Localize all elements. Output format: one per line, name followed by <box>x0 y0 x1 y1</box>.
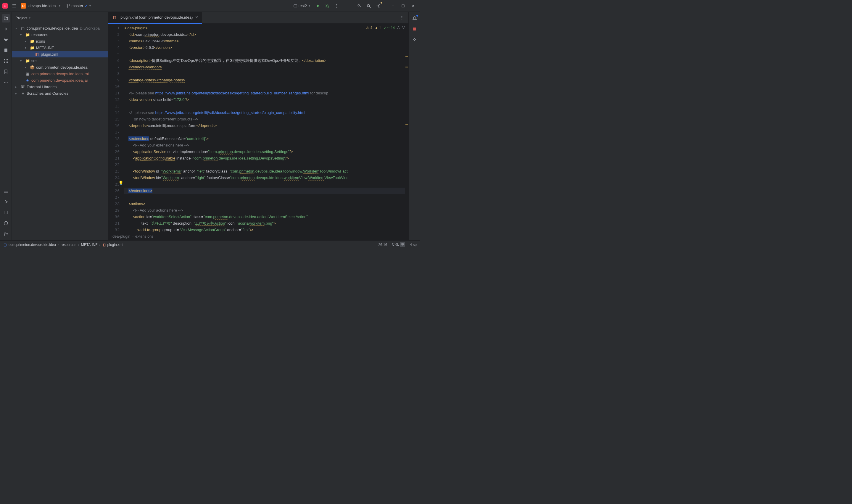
code-content[interactable]: <idea-plugin> <id>com.primeton.devops.id… <box>124 24 405 232</box>
services-toolwindow-button[interactable] <box>2 198 10 206</box>
editor-body[interactable]: ⚠ 4 ▲ 1 ✓⁓ 14 ᐱ ᐯ 💡 12345678910111213141… <box>108 24 409 232</box>
tree-item-resources[interactable]: ▾📁resources <box>12 31 108 38</box>
svg-point-2 <box>69 4 70 5</box>
vcs-branch[interactable]: master ↙ ▾ <box>66 3 91 8</box>
svg-point-9 <box>367 4 369 7</box>
tree-item-icons[interactable]: ▸📁icons <box>12 38 108 44</box>
structure-toolwindow-button[interactable] <box>2 57 10 65</box>
run-configuration[interactable]: test2 ▾ <box>291 2 312 9</box>
tree-item-scratches[interactable]: ▸≡Scratches and Consoles <box>12 90 108 96</box>
editor-tabs: ◧ plugin.xml (com.primeton.devops.ide.id… <box>108 12 409 24</box>
tree-item-iml[interactable]: ▦com.primeton.devops.ide.idea.iml <box>12 70 108 77</box>
code-with-me-button[interactable] <box>355 2 363 10</box>
breadcrumb-segment[interactable]: extensions <box>135 234 153 238</box>
tree-item-jar[interactable]: ◈com.primeton.devops.ide.idea.jar <box>12 77 108 84</box>
more-actions-button[interactable] <box>333 2 341 10</box>
run-button[interactable] <box>314 2 322 10</box>
app-icon: IJ <box>2 3 8 8</box>
tree-item-package[interactable]: ▸📦com.primeton.devops.ide.idea <box>12 64 108 70</box>
project-tree[interactable]: ▾▢ com.primeton.devops.ide.idea D:\Works… <box>12 24 108 240</box>
inspection-nav-up[interactable]: ᐱ <box>397 25 400 30</box>
branch-name: master <box>72 3 84 8</box>
tree-item-external-libs[interactable]: ▸🏛External Libraries <box>12 84 108 90</box>
breadcrumb-segment[interactable]: idea-plugin <box>112 234 130 238</box>
inspection-nav-down[interactable]: ᐯ <box>402 25 405 30</box>
svg-rect-11 <box>402 5 404 7</box>
minimize-button[interactable] <box>388 2 398 10</box>
project-panel-header[interactable]: Project ▾ <box>12 12 108 24</box>
vcs-toolwindow-button[interactable] <box>2 230 10 238</box>
svg-rect-17 <box>6 61 8 63</box>
gitlab-toolwindow-button[interactable] <box>2 36 10 44</box>
debug-button[interactable] <box>323 2 331 10</box>
bookmarks-toolwindow-button[interactable] <box>2 68 10 76</box>
more-toolwindows-button[interactable] <box>2 78 10 86</box>
statusbar: ▢ com.primeton.devops.ide.idea› resource… <box>0 240 420 249</box>
tree-root[interactable]: ▾▢ com.primeton.devops.ide.idea D:\Works… <box>12 25 108 31</box>
todo-toolwindow-button[interactable] <box>2 187 10 195</box>
notifications-button[interactable] <box>411 14 419 22</box>
search-button[interactable] <box>365 2 373 10</box>
maximize-button[interactable] <box>398 2 408 10</box>
tree-item-metainf[interactable]: ▾📁META-INF <box>12 44 108 51</box>
nav-crumb[interactable]: resources <box>61 243 76 247</box>
commit-toolwindow-button[interactable] <box>2 25 10 33</box>
main-menu-button[interactable] <box>10 2 18 10</box>
svg-point-4 <box>326 5 328 7</box>
svg-point-26 <box>402 16 402 17</box>
chevron-down-icon[interactable]: ▾ <box>59 4 60 7</box>
svg-point-20 <box>7 82 8 83</box>
weak-warnings-count[interactable]: ▲ 1 <box>375 26 381 30</box>
navigation-bar[interactable]: ▢ com.primeton.devops.ide.idea› resource… <box>3 243 123 247</box>
project-badge: D <box>21 3 26 8</box>
settings-button[interactable] <box>374 2 382 10</box>
inspections-widget[interactable]: ⚠ 4 ▲ 1 ✓⁓ 14 ᐱ ᐯ <box>365 25 406 31</box>
svg-point-27 <box>402 17 402 18</box>
tree-item-src[interactable]: ▾📁src <box>12 57 108 64</box>
chevron-down-icon: ▾ <box>309 4 310 7</box>
project-name[interactable]: devops-ide-idea <box>29 3 56 8</box>
line-separator[interactable]: CRL 中 <box>392 242 405 247</box>
application-icon <box>293 4 297 8</box>
error-stripe[interactable] <box>405 24 409 232</box>
ai-assistant-button[interactable] <box>411 36 419 44</box>
typos-count[interactable]: ✓⁓ 14 <box>383 26 395 30</box>
editor-breadcrumbs[interactable]: idea-plugin › extensions <box>108 232 409 240</box>
tree-path: D:\Workspa <box>79 26 100 31</box>
svg-rect-16 <box>4 61 5 63</box>
branch-icon <box>66 4 70 8</box>
editor-tab[interactable]: ◧ plugin.xml (com.primeton.devops.ide.id… <box>108 12 202 24</box>
svg-rect-21 <box>4 211 8 214</box>
titlebar: IJ D devops-ide-idea ▾ master ↙ ▾ test2 … <box>0 0 420 12</box>
intention-bulb-icon[interactable]: 💡 <box>119 181 123 185</box>
svg-rect-15 <box>6 59 8 60</box>
svg-point-12 <box>5 28 7 30</box>
caret-position[interactable]: 26:16 <box>378 243 387 247</box>
close-tab-button[interactable]: ✕ <box>195 15 198 20</box>
indent-widget[interactable]: 4 sp <box>410 243 417 247</box>
close-button[interactable] <box>409 2 418 10</box>
svg-point-7 <box>337 7 337 8</box>
terminal-toolwindow-button[interactable] <box>2 208 10 217</box>
gutter[interactable]: 1234567891011121314151617181920212223242… <box>108 24 124 232</box>
project-toolwindow-button[interactable] <box>2 14 10 22</box>
nav-crumb[interactable]: com.primeton.devops.ide.idea <box>8 243 56 247</box>
svg-point-5 <box>337 4 337 5</box>
tab-title: plugin.xml (com.primeton.devops.ide.idea… <box>121 15 193 20</box>
nav-crumb[interactable]: plugin.xml <box>107 243 123 247</box>
database-toolwindow-button[interactable] <box>2 46 10 54</box>
chevron-down-icon: ▾ <box>29 16 31 20</box>
nav-crumb[interactable]: META-INF <box>81 243 98 247</box>
svg-point-10 <box>378 5 379 6</box>
module-icon: ▢ <box>3 243 7 247</box>
svg-point-0 <box>67 4 68 5</box>
svg-point-18 <box>4 82 5 83</box>
workitem-toolwindow-button[interactable] <box>411 25 419 33</box>
right-toolbar <box>409 12 420 240</box>
warnings-count[interactable]: ⚠ 4 <box>366 26 372 30</box>
xml-file-icon: ◧ <box>112 15 117 20</box>
tab-actions-button[interactable] <box>398 14 406 22</box>
problems-toolwindow-button[interactable] <box>2 219 10 227</box>
tree-item-plugin-xml[interactable]: ◧plugin.xml <box>12 51 108 57</box>
svg-point-23 <box>4 232 5 233</box>
